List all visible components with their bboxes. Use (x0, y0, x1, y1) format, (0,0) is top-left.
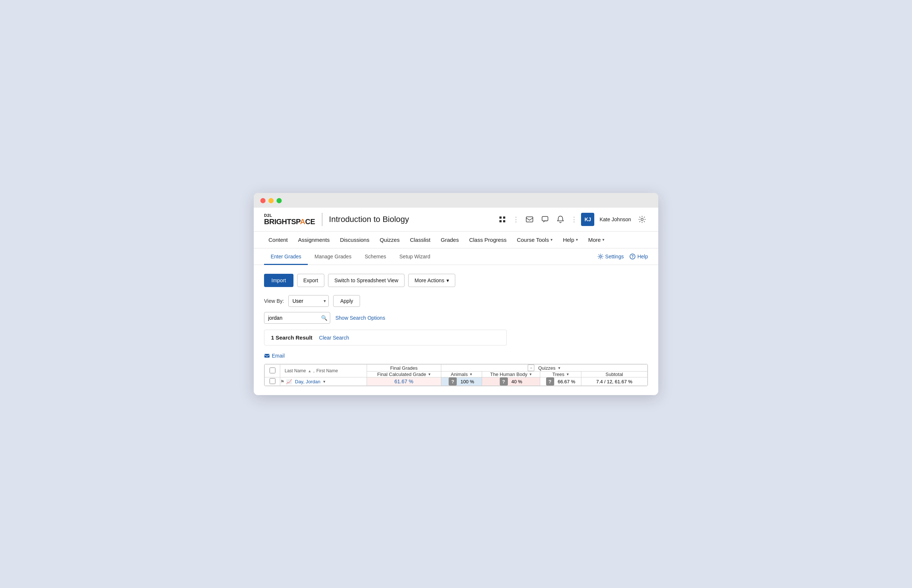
nav-bar: Content Assignments Discussions Quizzes … (254, 231, 658, 249)
nav-course-tools[interactable]: Course Tools ▾ (512, 231, 557, 248)
logo-accent: A (300, 218, 305, 226)
traffic-lights (260, 198, 652, 208)
course-tools-chevron: ▾ (551, 237, 553, 242)
search-result-bar: 1 Search Result Clear Search (264, 330, 507, 346)
help-link[interactable]: ? Help (630, 254, 648, 260)
header-icons: ⋮ (496, 213, 648, 226)
flag-icon: ⚑ (280, 379, 285, 384)
th-final-grades-group: Final Grades (367, 365, 441, 372)
view-by-select[interactable]: User Group (288, 295, 329, 307)
browser-window: D2L BRIGHTSPACE Introduction to Biology (254, 193, 658, 395)
svg-point-7 (599, 256, 601, 258)
spreadsheet-view-button[interactable]: Switch to Spreadsheet View (328, 274, 405, 287)
search-row: 🔍 Show Search Options (264, 312, 648, 324)
nav-content[interactable]: Content (264, 231, 292, 248)
settings-link[interactable]: Settings (598, 254, 624, 260)
nav-quizzes[interactable]: Quizzes (375, 231, 404, 248)
divider-dots-1: ⋮ (511, 215, 521, 223)
human-body-question-icon: ? (500, 377, 508, 386)
student-name-link[interactable]: Day, Jordan (295, 379, 320, 384)
course-title: Introduction to Biology (329, 215, 496, 224)
th-human-body: The Human Body ▾ (482, 372, 540, 377)
export-button[interactable]: Export (297, 274, 324, 287)
table-header-group-row: Last Name ▲ , First Name Final Grades (265, 365, 648, 372)
quizzes-collapse-icon[interactable]: − (528, 365, 535, 371)
th-name: Last Name ▲ , First Name (280, 365, 367, 377)
nav-grades[interactable]: Grades (436, 231, 463, 248)
clear-search-link[interactable]: Clear Search (319, 335, 349, 341)
th-subtotal: Subtotal (581, 372, 647, 377)
row-checkbox[interactable] (270, 378, 275, 384)
tab-setup-wizard[interactable]: Setup Wizard (393, 249, 437, 265)
tab-schemes[interactable]: Schemes (358, 249, 393, 265)
svg-rect-1 (503, 216, 505, 219)
logo-divider (322, 213, 322, 226)
help-icon: ? (630, 254, 635, 260)
select-all-checkbox[interactable] (270, 367, 275, 373)
nav-classlist[interactable]: Classlist (406, 231, 435, 248)
user-name[interactable]: Kate Johnson (599, 216, 631, 222)
bell-icon[interactable] (554, 213, 567, 226)
search-result-count: 1 Search Result (271, 334, 313, 341)
logo-brightspace: BRIGHTSPACE (264, 218, 315, 226)
show-search-options-link[interactable]: Show Search Options (335, 315, 385, 321)
trend-icon: 📈 (286, 379, 292, 384)
quizzes-chevron-icon: ▾ (558, 366, 560, 370)
more-actions-button[interactable]: More Actions ▾ (408, 274, 455, 287)
tab-manage-grades[interactable]: Manage Grades (308, 249, 358, 265)
td-subtotal: 7.4 / 12, 61.67 % (581, 377, 647, 386)
sub-tabs: Enter Grades Manage Grades Schemes Setup… (254, 249, 658, 265)
nav-discussions[interactable]: Discussions (335, 231, 374, 248)
td-final-grade: 61.67 % (367, 377, 441, 386)
email-row: Email (264, 353, 648, 359)
sort-arrow: ▲ (308, 369, 311, 373)
close-button[interactable] (260, 198, 266, 203)
minimize-button[interactable] (269, 198, 274, 203)
more-actions-chevron: ▾ (446, 278, 449, 283)
nav-class-progress[interactable]: Class Progress (465, 231, 511, 248)
svg-rect-10 (264, 354, 270, 358)
th-trees: Trees ▾ (540, 372, 581, 377)
nav-more[interactable]: More ▾ (584, 231, 609, 248)
svg-rect-5 (542, 216, 548, 221)
svg-text:?: ? (632, 255, 633, 259)
chat-icon[interactable] (538, 213, 552, 226)
apply-button[interactable]: Apply (333, 295, 360, 307)
email-icon (264, 354, 270, 358)
td-animals: ? 100 % (441, 377, 482, 386)
import-button[interactable]: Import (264, 274, 293, 287)
divider-dots-2: ⋮ (569, 215, 579, 223)
tab-enter-grades[interactable]: Enter Grades (264, 249, 308, 265)
student-icons: ⚑ 📈 (280, 379, 292, 384)
animals-question-icon: ? (449, 377, 457, 386)
settings-icon (598, 254, 603, 260)
browser-chrome (254, 193, 658, 208)
nav-assignments[interactable]: Assignments (294, 231, 334, 248)
final-grade-chevron-icon: ▾ (428, 372, 431, 377)
sub-tab-actions: Settings ? Help (598, 254, 648, 260)
trees-question-icon: ? (546, 377, 554, 386)
td-checkbox (265, 377, 280, 386)
nav-help[interactable]: Help ▾ (559, 231, 583, 248)
settings-gear-icon[interactable] (636, 213, 648, 225)
user-avatar[interactable]: KJ (581, 213, 594, 226)
action-buttons: Import Export Switch to Spreadsheet View… (264, 274, 648, 287)
svg-rect-0 (499, 216, 502, 219)
student-dropdown-icon[interactable]: ▾ (323, 379, 326, 384)
svg-rect-2 (499, 220, 502, 222)
maximize-button[interactable] (277, 198, 282, 203)
top-header: D2L BRIGHTSPACE Introduction to Biology (254, 208, 658, 231)
student-name-cell: ⚑ 📈 Day, Jordan ▾ (280, 379, 367, 384)
name-separator: , (313, 368, 314, 373)
app-content: D2L BRIGHTSPACE Introduction to Biology (254, 208, 658, 395)
th-final-calc-grade: Final Calculated Grade ▾ (367, 372, 441, 377)
search-input[interactable] (264, 312, 330, 324)
logo-area: D2L BRIGHTSPACE (264, 213, 315, 226)
mail-icon[interactable] (523, 213, 536, 226)
view-by-label: View By: (264, 298, 284, 304)
svg-rect-4 (526, 217, 533, 222)
svg-point-6 (641, 218, 643, 221)
table-row: ⚑ 📈 Day, Jordan ▾ 61.67 % (265, 377, 648, 386)
email-button[interactable]: Email (264, 353, 285, 359)
grid-icon[interactable] (496, 213, 509, 226)
